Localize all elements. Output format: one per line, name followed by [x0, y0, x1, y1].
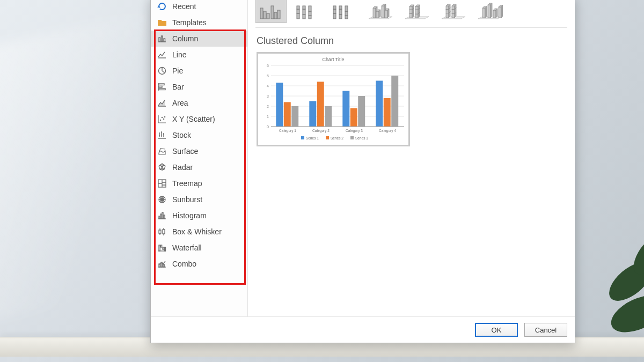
sidebar-item-recent[interactable]: Recent [151, 0, 247, 14]
svg-text:4: 4 [267, 84, 269, 88]
sidebar-item-waterfall[interactable]: Waterfall [151, 240, 247, 256]
sidebar-item-radar[interactable]: Radar [151, 159, 247, 175]
svg-rect-45 [333, 6, 336, 9]
svg-rect-61 [415, 6, 418, 10]
bar-icon [157, 82, 167, 92]
sidebar-item-label: Sunburst [172, 195, 202, 204]
sidebar-item-label: Recent [172, 2, 196, 11]
area-icon [157, 98, 167, 108]
chart-main-panel: Clustered Column Chart Title0123456Categ… [248, 0, 575, 316]
sidebar-item-folder[interactable]: Templates [151, 14, 247, 31]
sidebar-item-label: Histogram [172, 211, 207, 220]
dialog-body: RecentTemplatesColumnLinePieBarAreaX Y (… [151, 0, 575, 316]
combo-icon [157, 259, 167, 269]
dialog-footer: OK Cancel [151, 316, 575, 343]
sidebar-item-stock[interactable]: Stock [151, 127, 247, 143]
sidebar-item-scatter[interactable]: X Y (Scatter) [151, 111, 247, 127]
svg-rect-100 [384, 98, 391, 127]
chart-preview[interactable]: Chart Title0123456Category 1Category 2Ca… [257, 52, 410, 146]
surface-icon [157, 146, 167, 156]
sidebar-item-area[interactable]: Area [151, 95, 247, 111]
subtype-stacked2d[interactable] [292, 0, 323, 23]
svg-rect-41 [309, 11, 311, 16]
radar-icon [157, 162, 167, 172]
boxwhisker-icon [157, 227, 167, 237]
svg-rect-93 [325, 106, 332, 127]
svg-rect-104 [301, 136, 304, 139]
svg-rect-8 [159, 86, 162, 88]
sidebar-item-histogram[interactable]: Histogram [151, 208, 247, 224]
sidebar-item-label: Column [172, 34, 198, 43]
svg-rect-57 [409, 10, 412, 13]
svg-rect-67 [452, 6, 455, 9]
svg-text:5: 5 [267, 74, 269, 78]
svg-point-12 [163, 119, 165, 120]
subtype-stacked3d[interactable] [401, 0, 433, 23]
recent-icon [157, 2, 167, 11]
chart-category-sidebar: RecentTemplatesColumnLinePieBarAreaX Y (… [151, 0, 248, 316]
sunburst-icon [157, 195, 167, 204]
svg-rect-53 [376, 11, 379, 18]
svg-text:6: 6 [267, 64, 269, 68]
svg-point-11 [162, 117, 163, 119]
svg-text:0: 0 [267, 125, 269, 129]
svg-rect-97 [358, 96, 365, 127]
svg-rect-58 [409, 6, 412, 10]
sidebar-item-label: Area [172, 98, 188, 108]
svg-rect-37 [303, 14, 305, 19]
svg-rect-49 [345, 16, 348, 19]
sidebar-item-label: X Y (Scatter) [172, 114, 215, 124]
sidebar-item-boxwhisker[interactable]: Box & Whisker [151, 224, 247, 240]
line-icon [157, 50, 167, 60]
subtype-col3d[interactable] [474, 0, 506, 23]
svg-rect-43 [333, 13, 336, 19]
svg-text:2: 2 [267, 105, 269, 108]
sidebar-item-sunburst[interactable]: Sunburst [151, 191, 247, 208]
svg-rect-51 [345, 6, 348, 11]
svg-rect-39 [303, 6, 305, 9]
svg-rect-46 [339, 14, 342, 19]
cancel-button[interactable]: Cancel [524, 323, 567, 337]
pie-icon [157, 66, 167, 76]
svg-rect-101 [391, 76, 398, 127]
sidebar-item-pie[interactable]: Pie [151, 63, 247, 79]
svg-rect-22 [161, 245, 162, 247]
sidebar-item-bar[interactable]: Bar [151, 79, 247, 95]
sidebar-item-column[interactable]: Column [151, 31, 247, 47]
stock-icon [157, 130, 167, 140]
svg-rect-62 [446, 13, 449, 18]
svg-rect-108 [350, 136, 354, 139]
sidebar-item-combo[interactable]: Combo [151, 256, 247, 272]
svg-rect-35 [297, 9, 299, 13]
svg-rect-69 [488, 5, 491, 18]
svg-rect-7 [159, 84, 164, 85]
ok-button[interactable]: OK [475, 323, 518, 337]
svg-rect-4 [162, 36, 163, 42]
subtype-clustered3d[interactable] [365, 0, 396, 23]
svg-rect-34 [297, 13, 299, 19]
sidebar-item-surface[interactable]: Surface [151, 143, 247, 159]
sidebar-item-label: Templates [172, 18, 207, 27]
sidebar-item-line[interactable]: Line [151, 47, 247, 63]
svg-text:Category 1: Category 1 [279, 129, 296, 133]
svg-rect-27 [163, 264, 164, 267]
sidebar-item-label: Pie [172, 66, 183, 76]
sidebar-item-label: Bar [172, 82, 184, 92]
sidebar-item-label: Radar [172, 162, 193, 172]
subtype-stacked100_2d[interactable] [328, 0, 360, 23]
svg-rect-88 [284, 102, 291, 127]
svg-text:Category 3: Category 3 [346, 129, 363, 133]
chart-subtype-row [255, 0, 567, 28]
svg-rect-91 [309, 101, 316, 127]
svg-rect-99 [376, 81, 383, 127]
sidebar-item-label: Box & Whisker [172, 227, 222, 237]
sidebar-item-label: Combo [172, 259, 196, 269]
svg-rect-24 [164, 247, 165, 251]
subtype-stacked100_3d[interactable] [438, 0, 469, 23]
sidebar-item-treemap[interactable]: Treemap [151, 175, 247, 191]
svg-text:1: 1 [267, 115, 269, 119]
histogram-icon [157, 211, 167, 220]
subtype-clustered2d[interactable] [255, 0, 287, 23]
svg-rect-59 [415, 14, 418, 18]
svg-rect-9 [159, 88, 165, 90]
